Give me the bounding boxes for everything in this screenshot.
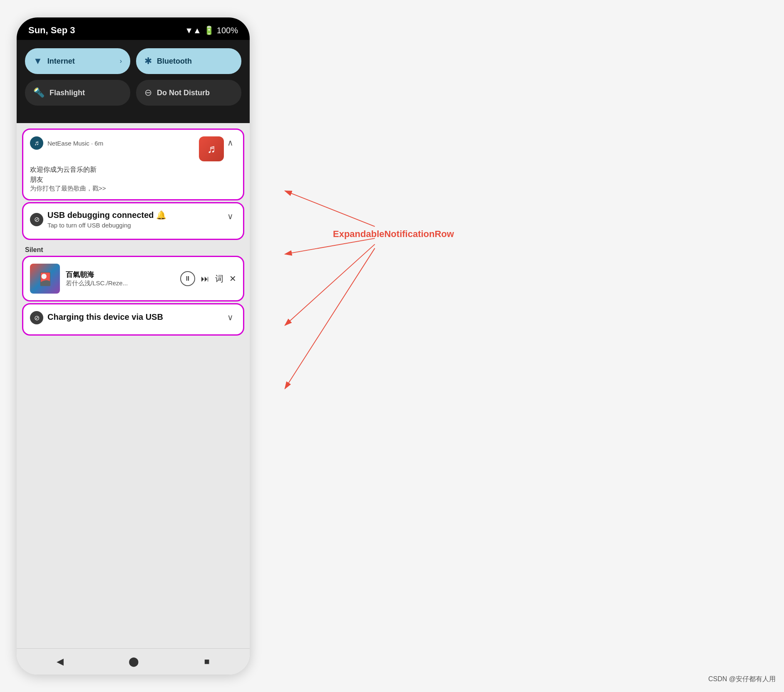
battery-percent: 100% [217, 26, 238, 35]
wifi-icon: ▼ [33, 56, 42, 67]
qs-internet-label: Internet [47, 57, 75, 66]
netease-notification[interactable]: ♬ NetEase Music · 6m ♬ ∧ 欢迎你成为云音乐的新 朋友 为… [23, 130, 243, 199]
arrows-svg [250, 17, 767, 675]
svg-line-1 [285, 238, 375, 254]
chevron-right-icon: › [120, 57, 122, 65]
flashlight-icon: 🔦 [33, 87, 45, 98]
expandable-notification-label: ExpandableNotificationRow [333, 229, 454, 240]
close-media-button[interactable]: ✕ [229, 274, 236, 284]
media-title: 百氣朝海 [66, 270, 174, 279]
netease-title-line2: 朋友 [30, 175, 236, 185]
battery-icon: 🔋 [204, 25, 214, 35]
qs-bluetooth-label: Bluetooth [157, 57, 192, 66]
charging-app-icon: ⊘ [30, 311, 43, 324]
silent-section-label: Silent [23, 243, 243, 257]
media-thumbnail: 🎴 [30, 264, 60, 294]
netease-collapse-btn[interactable]: ∧ [224, 136, 236, 149]
usb-expand-btn[interactable]: ∨ [224, 210, 236, 222]
media-artist: 若什么浅/LSC./Reze... [66, 279, 174, 287]
usb-title: USB debugging connected 🔔 [47, 210, 166, 220]
charging-notification[interactable]: ⊘ Charging this device via USB ∨ [23, 304, 243, 334]
annotation-area: ExpandableNotificationRow [250, 17, 767, 675]
qs-tile-dnd[interactable]: ⊖ Do Not Disturb [136, 80, 241, 106]
usb-app-icon: ⊘ [30, 213, 43, 226]
quick-settings-panel: ▼ Internet › ✱ Bluetooth 🔦 Flashlight [17, 40, 250, 123]
home-button[interactable]: ⬤ [129, 656, 139, 667]
media-info: 百氣朝海 若什么浅/LSC./Reze... [66, 270, 174, 287]
next-button[interactable]: ⏭ [201, 274, 209, 284]
media-notif-content: 🎴 百氣朝海 若什么浅/LSC./Reze... ⏸ ⏭ 词 ✕ [30, 264, 236, 294]
usb-debug-notification[interactable]: ⊘ USB debugging connected 🔔 Tap to turn … [23, 203, 243, 239]
qs-tile-bluetooth[interactable]: ✱ Bluetooth [136, 48, 241, 74]
recents-button[interactable]: ■ [204, 656, 210, 667]
lyrics-button[interactable]: 词 [215, 273, 223, 284]
bluetooth-icon: ✱ [144, 56, 152, 67]
svg-line-3 [285, 248, 375, 389]
pause-button[interactable]: ⏸ [180, 271, 195, 286]
qs-row-2: 🔦 Flashlight ⊖ Do Not Disturb [25, 80, 241, 106]
media-notification[interactable]: 🎴 百氣朝海 若什么浅/LSC./Reze... ⏸ ⏭ 词 ✕ [23, 257, 243, 300]
qs-tile-flashlight[interactable]: 🔦 Flashlight [25, 80, 130, 106]
notification-area: ♬ NetEase Music · 6m ♬ ∧ 欢迎你成为云音乐的新 朋友 为… [17, 123, 250, 648]
netease-app-name: NetEase Music · 6m [47, 140, 199, 147]
netease-subtitle: 为你打包了最热歌曲，戳>> [30, 185, 236, 193]
signal-icon: ▼▲ [185, 26, 201, 35]
charging-expand-btn[interactable]: ∨ [224, 311, 236, 324]
qs-tile-internet[interactable]: ▼ Internet › [25, 48, 130, 74]
qs-dnd-label: Do Not Disturb [157, 89, 210, 97]
back-button[interactable]: ◀ [57, 656, 64, 667]
svg-line-0 [285, 191, 375, 227]
main-container: Sun, Sep 3 ▼▲ 🔋 100% ▼ Internet › [0, 0, 784, 692]
media-controls: ⏸ ⏭ 词 ✕ [180, 271, 236, 286]
nav-bar: ◀ ⬤ ■ [17, 648, 250, 675]
status-icons: ▼▲ 🔋 100% [185, 25, 238, 35]
netease-app-image: ♬ [199, 136, 224, 161]
netease-title-line1: 欢迎你成为云音乐的新 [30, 165, 236, 175]
status-bar: Sun, Sep 3 ▼▲ 🔋 100% [17, 17, 250, 40]
netease-app-icon: ♬ [30, 136, 43, 150]
netease-body: 欢迎你成为云音乐的新 朋友 [30, 165, 236, 185]
qs-row-1: ▼ Internet › ✱ Bluetooth [25, 48, 241, 74]
svg-line-2 [285, 244, 375, 325]
usb-subtitle: Tap to turn off USB debugging [47, 222, 166, 229]
charging-title: Charging this device via USB [47, 312, 163, 322]
status-date: Sun, Sep 3 [28, 25, 75, 36]
phone-mockup: Sun, Sep 3 ▼▲ 🔋 100% ▼ Internet › [17, 17, 250, 675]
watermark: CSDN @安仔都有人用 [708, 675, 776, 684]
qs-flashlight-label: Flashlight [50, 89, 85, 97]
dnd-icon: ⊖ [144, 87, 152, 98]
